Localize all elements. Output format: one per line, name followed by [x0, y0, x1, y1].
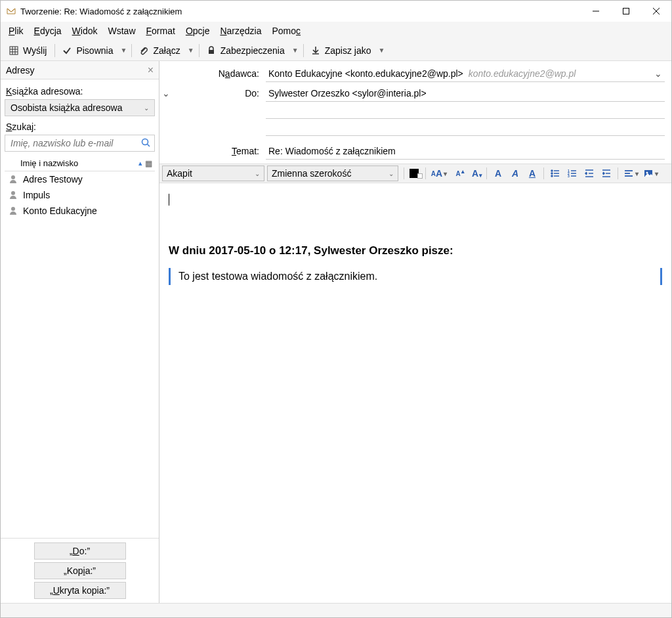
- to-label: Do:: [173, 88, 266, 99]
- spellcheck-button[interactable]: Pisownia: [58, 43, 117, 58]
- compose-window: Tworzenie: Re: Wiadomość z załącznikiem …: [0, 0, 672, 618]
- menu-pomoc[interactable]: Pomoc: [267, 24, 306, 38]
- minimize-button[interactable]: [581, 1, 611, 22]
- align-icon[interactable]: ▾: [621, 166, 640, 181]
- search-input[interactable]: [5, 135, 155, 152]
- outdent-icon[interactable]: [581, 166, 597, 181]
- to-field[interactable]: Sylwester Orzeszko <sylor@interia.pl>: [266, 85, 665, 102]
- contact-list-header[interactable]: Imię i nazwisko ▴ ▦: [5, 156, 155, 171]
- addressbook-label: Książka adresowa:: [6, 86, 154, 97]
- menu-narzedzia[interactable]: Narzędzia: [215, 24, 266, 38]
- increase-font-icon[interactable]: A▾: [467, 166, 483, 181]
- decrease-font-icon[interactable]: A▴: [450, 166, 466, 181]
- bullet-list-icon[interactable]: [547, 166, 563, 181]
- main-column: Nadawca: Konto Edukacyjne <konto.edukacy…: [159, 61, 671, 603]
- italic-icon[interactable]: A: [507, 166, 523, 181]
- message-body[interactable]: W dniu 2017-05-10 o 12:17, Sylwester Orz…: [159, 183, 671, 603]
- statusbar: [1, 603, 671, 617]
- column-picker-icon[interactable]: ▦: [145, 159, 152, 168]
- send-button[interactable]: Wyślij: [5, 43, 51, 58]
- check-icon: [62, 45, 72, 56]
- contact-row[interactable]: Adres Testowy: [5, 171, 155, 187]
- menu-widok[interactable]: Widok: [67, 24, 103, 38]
- svg-line-11: [148, 144, 150, 147]
- subject-label: Temat:: [159, 146, 266, 156]
- number-list-icon[interactable]: 123: [564, 166, 580, 181]
- font-size-icon[interactable]: AA▾: [429, 166, 449, 181]
- svg-rect-4: [10, 47, 18, 55]
- sidebar-close-icon[interactable]: ×: [148, 64, 154, 76]
- font-select[interactable]: Zmienna szerokość⌄: [267, 166, 398, 181]
- add-cc-button[interactable]: „Kopia:”: [34, 562, 126, 579]
- attach-dropdown[interactable]: ▼: [186, 47, 196, 54]
- contact-row[interactable]: Konto Edukacyjne: [5, 203, 155, 219]
- app-icon: [6, 6, 16, 16]
- svg-point-15: [551, 170, 553, 171]
- extra-recipient-field[interactable]: [266, 121, 665, 136]
- window-title: Tworzenie: Re: Wiadomość z załącznikiem: [20, 7, 581, 16]
- person-icon: [9, 174, 19, 185]
- spellcheck-dropdown[interactable]: ▼: [118, 47, 129, 54]
- add-bcc-button[interactable]: „Ukryta kopia:”: [34, 582, 126, 599]
- paperclip-icon: [138, 45, 149, 56]
- search-label: Szukaj:: [6, 121, 154, 132]
- addressbook-select[interactable]: Osobista książka adresowa ⌄: [5, 99, 155, 116]
- quote-header: W dniu 2017-05-10 o 12:17, Sylwester Orz…: [169, 244, 662, 257]
- svg-point-13: [11, 191, 15, 195]
- svg-text:3: 3: [568, 174, 570, 178]
- svg-rect-9: [209, 50, 214, 54]
- titlebar: Tworzenie: Re: Wiadomość z załącznikiem: [1, 1, 671, 22]
- subject-field[interactable]: Re: Wiadomość z załącznikiem: [266, 143, 665, 160]
- toolbar: Wyślij Pisownia ▼ Załącz ▼ Zabezpieczeni…: [1, 40, 671, 61]
- insert-icon[interactable]: ▾: [641, 166, 660, 181]
- menu-opcje[interactable]: Opcje: [180, 24, 215, 38]
- bold-icon[interactable]: A: [490, 166, 506, 181]
- menu-plik[interactable]: Plik: [3, 24, 29, 38]
- download-icon: [310, 45, 321, 56]
- search-icon[interactable]: [140, 137, 151, 150]
- security-dropdown[interactable]: ▼: [290, 47, 301, 54]
- save-dropdown[interactable]: ▼: [377, 47, 387, 54]
- text-cursor: [169, 194, 169, 206]
- svg-point-14: [11, 207, 15, 211]
- to-expand-icon[interactable]: ⌄: [159, 88, 173, 99]
- svg-point-17: [551, 173, 553, 174]
- add-to-button[interactable]: „Do:”: [34, 542, 126, 560]
- header-fields: Nadawca: Konto Edukacyjne <konto.edukacy…: [159, 61, 671, 164]
- format-toolbar: Akapit⌄ Zmienna szerokość⌄ AA▾ A▴ A▾ A A…: [159, 164, 671, 183]
- svg-point-10: [142, 139, 148, 145]
- svg-point-19: [551, 175, 553, 177]
- menu-wstaw[interactable]: Wstaw: [103, 24, 141, 38]
- menu-edycja[interactable]: Edycja: [29, 24, 67, 38]
- security-button[interactable]: Zabezpieczenia: [202, 43, 289, 58]
- maximize-button[interactable]: [611, 1, 641, 22]
- sidebar-title: Adresy: [6, 65, 148, 76]
- from-field[interactable]: Konto Edukacyjne <konto.edukacyjne2@wp.p…: [266, 65, 665, 82]
- menubar: Plik Edycja Widok Wstaw Format Opcje Nar…: [1, 22, 671, 40]
- person-icon: [9, 206, 19, 216]
- svg-point-12: [11, 175, 15, 179]
- underline-icon[interactable]: A: [524, 166, 540, 181]
- close-button[interactable]: [641, 1, 671, 22]
- bg-color-swatch[interactable]: [417, 173, 423, 179]
- content: Adresy × Książka adresowa: Osobista ksią…: [1, 61, 671, 603]
- attach-button[interactable]: Załącz: [135, 43, 184, 58]
- extra-recipient-field[interactable]: [266, 104, 665, 119]
- sidebar-header: Adresy ×: [1, 61, 159, 79]
- paragraph-select[interactable]: Akapit⌄: [162, 166, 264, 181]
- send-icon: [9, 45, 19, 56]
- from-label: Nadawca:: [159, 68, 266, 79]
- chevron-down-icon[interactable]: ⌄: [654, 68, 662, 79]
- sidebar: Adresy × Książka adresowa: Osobista ksią…: [1, 61, 159, 603]
- quote-block: To jest testowa wiadomość z załącznikiem…: [169, 268, 662, 285]
- menu-format[interactable]: Format: [141, 24, 180, 38]
- svg-rect-1: [623, 9, 629, 14]
- save-button[interactable]: Zapisz jako: [306, 43, 375, 58]
- person-icon: [9, 190, 19, 200]
- sort-asc-icon[interactable]: ▴: [138, 159, 142, 167]
- indent-icon[interactable]: [598, 166, 614, 181]
- chevron-down-icon: ⌄: [144, 104, 149, 112]
- contact-row[interactable]: Impuls: [5, 187, 155, 203]
- lock-icon: [206, 45, 217, 56]
- sidebar-buttons: „Do:” „Kopia:” „Ukryta kopia:”: [1, 538, 159, 603]
